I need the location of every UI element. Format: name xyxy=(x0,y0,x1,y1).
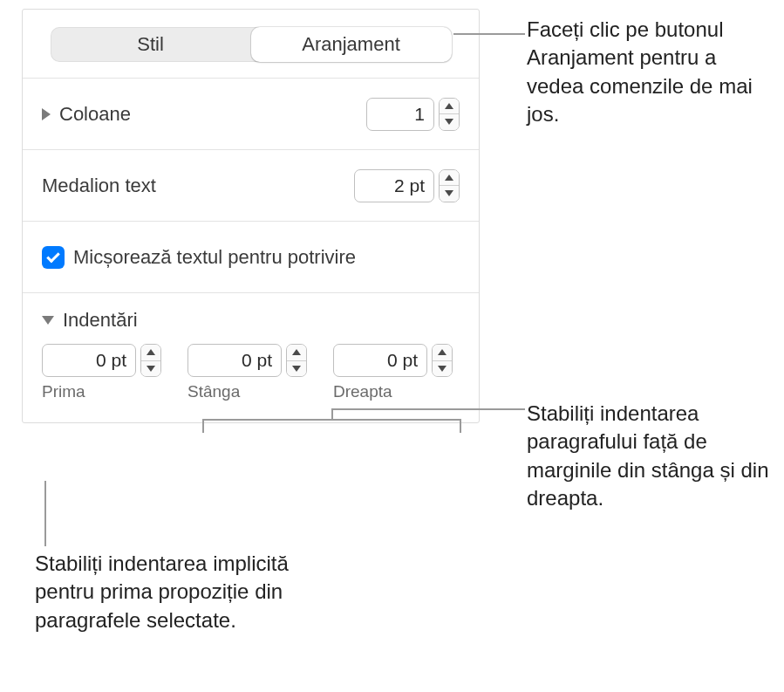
indent-left-step-down[interactable] xyxy=(287,361,306,377)
indent-first-input[interactable] xyxy=(42,344,136,377)
layout-inspector-panel: Stil Aranjament Coloane Medalion text xyxy=(22,9,480,423)
indent-first-step-down[interactable] xyxy=(141,361,160,377)
indent-right-step-down[interactable] xyxy=(433,361,452,377)
chevron-down-icon xyxy=(147,366,155,372)
indent-first-field: Prima xyxy=(42,344,161,401)
indent-right-step-up[interactable] xyxy=(433,345,452,361)
checkmark-icon xyxy=(46,249,60,263)
indent-left-step-up[interactable] xyxy=(287,345,306,361)
columns-stepper xyxy=(366,98,460,131)
indent-left-label: Stânga xyxy=(187,382,307,401)
columns-label: Coloane xyxy=(59,103,131,126)
chevron-right-icon[interactable] xyxy=(42,108,51,120)
chevron-up-icon xyxy=(445,103,453,109)
chevron-down-icon xyxy=(292,366,301,372)
chevron-down-icon[interactable] xyxy=(42,316,54,325)
leader-line xyxy=(44,481,46,546)
shrink-text-row: Micșorează textul pentru potrivire xyxy=(23,222,479,293)
shrink-text-label: Micșorează textul pentru potrivire xyxy=(73,246,356,269)
callout-left-right-indent: Stabiliți indentarea paragrafului față d… xyxy=(527,400,771,513)
tab-style[interactable]: Stil xyxy=(51,27,251,62)
chevron-up-icon xyxy=(292,349,301,355)
indent-right-field: Dreapta xyxy=(333,344,453,401)
chevron-up-icon xyxy=(438,349,447,355)
callout-arrange: Faceți clic pe butonul Aranjament pentru… xyxy=(527,16,771,129)
chevron-down-icon xyxy=(438,366,447,372)
columns-step-up[interactable] xyxy=(440,99,459,115)
leader-line xyxy=(331,408,525,410)
columns-step-down[interactable] xyxy=(440,114,459,130)
bracket-icon xyxy=(202,419,461,433)
indent-left-input[interactable] xyxy=(187,344,282,377)
chevron-up-icon xyxy=(147,349,155,355)
shrink-text-checkbox[interactable] xyxy=(42,246,65,269)
chevron-down-icon xyxy=(445,119,453,125)
text-inset-step-down[interactable] xyxy=(440,186,459,202)
callout-first-indent: Stabiliți indentarea implicită pentru pr… xyxy=(35,550,305,634)
text-inset-row: Medalion text xyxy=(23,150,479,222)
leader-line xyxy=(453,33,525,35)
columns-input[interactable] xyxy=(366,98,434,131)
indent-left-field: Stânga xyxy=(187,344,307,401)
indent-right-label: Dreapta xyxy=(333,382,453,401)
text-inset-input[interactable] xyxy=(354,169,434,202)
tab-arrange[interactable]: Aranjament xyxy=(251,27,452,62)
columns-row: Coloane xyxy=(23,79,479,150)
text-inset-stepper xyxy=(354,169,460,202)
text-inset-label: Medalion text xyxy=(42,175,156,197)
indents-section: Indentări Prima xyxy=(23,293,479,422)
indent-first-label: Prima xyxy=(42,382,161,401)
tabs-row: Stil Aranjament xyxy=(23,10,479,79)
text-inset-step-up[interactable] xyxy=(440,170,459,187)
chevron-down-icon xyxy=(445,190,453,196)
indents-header: Indentări xyxy=(63,309,138,332)
indent-first-step-up[interactable] xyxy=(141,345,160,361)
chevron-up-icon xyxy=(445,175,453,181)
segmented-control: Stil Aranjament xyxy=(51,27,452,62)
indent-right-input[interactable] xyxy=(333,344,427,377)
